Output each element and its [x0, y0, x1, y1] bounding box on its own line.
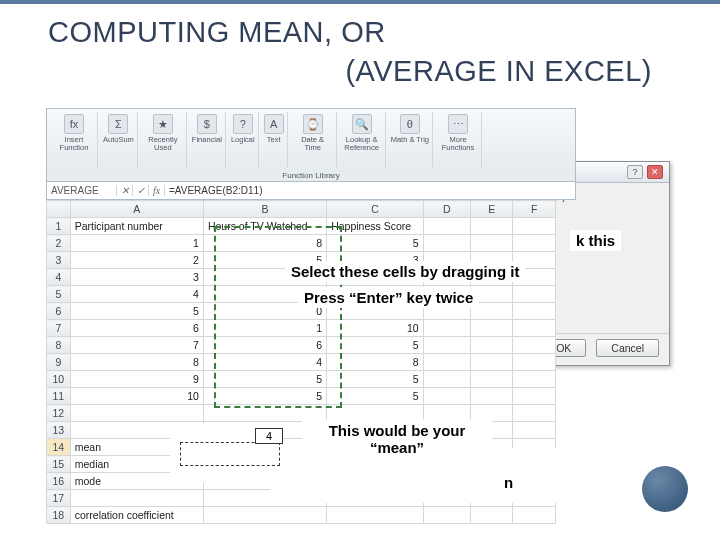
select-all-corner[interactable]	[47, 201, 71, 218]
accept-formula-icon[interactable]: ✓	[133, 185, 149, 196]
cell[interactable]: 1	[70, 235, 203, 252]
cell[interactable]	[327, 507, 424, 524]
cell[interactable]	[470, 320, 513, 337]
row-header[interactable]: 10	[47, 371, 71, 388]
cell[interactable]	[513, 388, 556, 405]
cell[interactable]	[470, 235, 513, 252]
cell[interactable]: 5	[327, 388, 424, 405]
cell[interactable]: 7	[70, 337, 203, 354]
cell[interactable]: 5	[70, 303, 203, 320]
row-header[interactable]: 5	[47, 286, 71, 303]
cell[interactable]	[470, 507, 513, 524]
cell[interactable]	[470, 218, 513, 235]
cell[interactable]: 5	[327, 235, 424, 252]
cell[interactable]	[423, 320, 470, 337]
cell[interactable]	[513, 337, 556, 354]
row-header[interactable]: 12	[47, 405, 71, 422]
row-header[interactable]: 7	[47, 320, 71, 337]
cell[interactable]: 5	[327, 371, 424, 388]
cell[interactable]	[513, 507, 556, 524]
cell[interactable]: 8	[203, 235, 326, 252]
cell[interactable]: 9	[70, 371, 203, 388]
column-header-E[interactable]: E	[470, 201, 513, 218]
table-row[interactable]: 9848	[47, 354, 556, 371]
column-header-F[interactable]: F	[513, 201, 556, 218]
cell[interactable]	[513, 422, 556, 439]
row-header[interactable]: 11	[47, 388, 71, 405]
cell[interactable]	[470, 354, 513, 371]
row-header[interactable]: 2	[47, 235, 71, 252]
table-row[interactable]: 10955	[47, 371, 556, 388]
table-row[interactable]: 2185	[47, 235, 556, 252]
table-row[interactable]: 1Participant numberHours of TV WatchedHa…	[47, 218, 556, 235]
row-header[interactable]: 17	[47, 490, 71, 507]
cell[interactable]	[470, 388, 513, 405]
row-header[interactable]: 9	[47, 354, 71, 371]
cell[interactable]: Happiness Score	[327, 218, 424, 235]
cell[interactable]: 5	[203, 388, 326, 405]
cell[interactable]	[423, 354, 470, 371]
cell[interactable]: 10	[70, 388, 203, 405]
formula-bar[interactable]: AVERAGE ✕ ✓ fx =AVERAGE(B2:D11)	[46, 182, 576, 200]
cell[interactable]: 1	[203, 320, 326, 337]
ribbon-text[interactable]: AText	[261, 112, 288, 168]
ribbon-financial[interactable]: $Financial	[189, 112, 226, 168]
table-row[interactable]: 8765	[47, 337, 556, 354]
cell[interactable]: Participant number	[70, 218, 203, 235]
ribbon-date-time[interactable]: ⌚Date & Time	[290, 112, 337, 168]
cell[interactable]	[513, 405, 556, 422]
cell[interactable]: correlation coefficient	[70, 507, 203, 524]
cancel-button[interactable]: Cancel	[596, 339, 659, 357]
cell[interactable]	[513, 320, 556, 337]
cell[interactable]	[70, 405, 203, 422]
column-header-D[interactable]: D	[423, 201, 470, 218]
cell[interactable]	[203, 507, 326, 524]
cell[interactable]	[513, 371, 556, 388]
cell[interactable]	[423, 507, 470, 524]
dialog-help-button[interactable]: ?	[627, 165, 643, 179]
table-row[interactable]: 76110	[47, 320, 556, 337]
cancel-formula-icon[interactable]: ✕	[117, 185, 133, 196]
cell[interactable]	[423, 337, 470, 354]
ribbon-logical[interactable]: ?Logical	[228, 112, 259, 168]
dialog-close-button[interactable]: ✕	[647, 165, 663, 179]
name-box[interactable]: AVERAGE	[47, 185, 117, 196]
table-row[interactable]: 18correlation coefficient	[47, 507, 556, 524]
cell[interactable]: 8	[70, 354, 203, 371]
cell[interactable]	[513, 303, 556, 320]
cell[interactable]	[423, 388, 470, 405]
ribbon-more-functions[interactable]: ⋯More Functions	[435, 112, 482, 168]
row-header[interactable]: 8	[47, 337, 71, 354]
ribbon-lookup-reference[interactable]: 🔍Lookup & Reference	[339, 112, 386, 168]
cell[interactable]	[470, 337, 513, 354]
ribbon-insert-function[interactable]: fxInsert Function	[51, 112, 98, 168]
table-row[interactable]: 12	[47, 405, 556, 422]
column-headers[interactable]: ABCDEF	[47, 201, 556, 218]
row-header[interactable]: 13	[47, 422, 71, 439]
table-row[interactable]: 111055	[47, 388, 556, 405]
formula-text[interactable]: =AVERAGE(B2:D11)	[165, 185, 266, 196]
column-header-B[interactable]: B	[203, 201, 326, 218]
cell[interactable]: 2	[70, 252, 203, 269]
ribbon-autosum[interactable]: ΣAutoSum	[100, 112, 138, 168]
cell[interactable]	[513, 286, 556, 303]
ribbon-math-trig[interactable]: θMath & Trig	[388, 112, 433, 168]
cell[interactable]: 6	[70, 320, 203, 337]
cell[interactable]: 6	[203, 337, 326, 354]
cell[interactable]	[203, 405, 326, 422]
cell[interactable]: 5	[203, 371, 326, 388]
cell[interactable]	[423, 371, 470, 388]
cell[interactable]	[513, 218, 556, 235]
row-header[interactable]: 6	[47, 303, 71, 320]
row-header[interactable]: 15	[47, 456, 71, 473]
cell[interactable]	[423, 235, 470, 252]
row-header[interactable]: 18	[47, 507, 71, 524]
row-header[interactable]: 3	[47, 252, 71, 269]
cell[interactable]	[423, 218, 470, 235]
cell[interactable]	[327, 405, 424, 422]
cell[interactable]	[470, 405, 513, 422]
fx-icon[interactable]: fx	[149, 185, 165, 196]
cell[interactable]	[513, 235, 556, 252]
cell[interactable]: 5	[327, 337, 424, 354]
row-header[interactable]: 4	[47, 269, 71, 286]
